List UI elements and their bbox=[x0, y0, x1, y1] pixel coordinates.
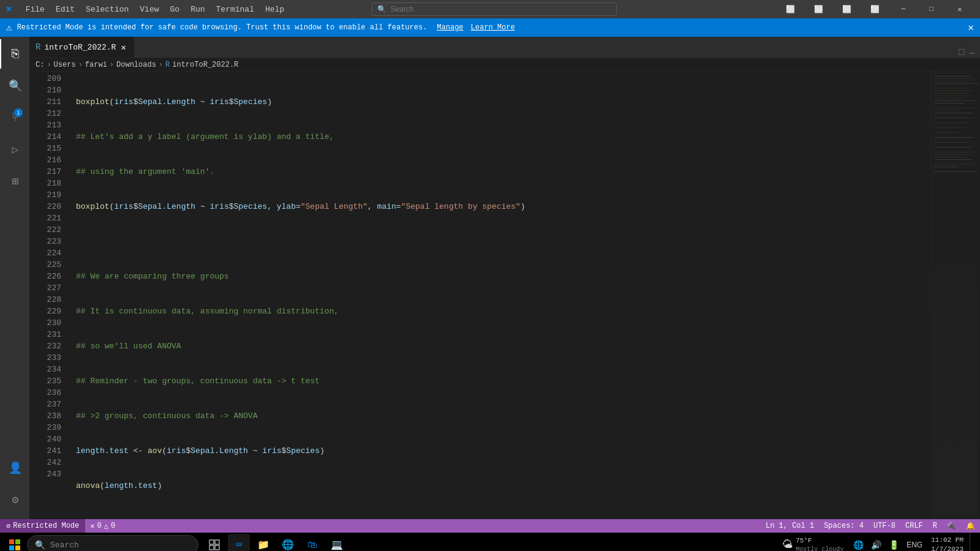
taskbar-right: 🌤 75°F Mostly cloudy 🌐 🔊 🔋 ENG 11:02 PM … bbox=[777, 533, 975, 551]
taskbar-search-bar[interactable]: 🔍 Search bbox=[27, 535, 198, 551]
line-ending-label: CRLF bbox=[905, 522, 923, 530]
line-num-219: 219 bbox=[34, 189, 61, 201]
svg-rect-8 bbox=[934, 98, 965, 99]
indentation[interactable]: Spaces: 4 bbox=[819, 519, 869, 533]
line-num-211: 211 bbox=[34, 96, 61, 108]
line-num-229: 229 bbox=[34, 305, 61, 317]
line-num-213: 213 bbox=[34, 119, 61, 131]
taskbar-store[interactable]: 🛍 bbox=[301, 534, 323, 551]
network-icon[interactable]: 🌐 bbox=[851, 540, 866, 550]
notification-bell[interactable]: 🔔 bbox=[961, 519, 980, 533]
svg-rect-31 bbox=[15, 545, 20, 550]
menu-selection[interactable]: Selection bbox=[81, 4, 134, 15]
title-search-input[interactable] bbox=[390, 5, 611, 13]
cursor-position[interactable]: Ln 1, Col 1 bbox=[761, 519, 819, 533]
encoding-indicator[interactable]: UTF-8 bbox=[869, 519, 900, 533]
svg-rect-34 bbox=[209, 545, 214, 550]
tab-close-button[interactable]: ✕ bbox=[119, 42, 127, 53]
manage-link[interactable]: Manage bbox=[437, 23, 463, 32]
svg-rect-18 bbox=[934, 137, 974, 138]
battery-icon[interactable]: 🔋 bbox=[886, 540, 902, 550]
main-layout: ⎘ 🔍 ⑂ 1 ▷ ⊞ 👤 ⚙ bbox=[0, 37, 980, 519]
tab-label: introToR_2022.R bbox=[44, 43, 116, 52]
minimize-button[interactable]: ─ bbox=[889, 0, 918, 18]
system-clock[interactable]: 11:02 PM 1/7/2023 bbox=[927, 536, 967, 551]
svg-rect-35 bbox=[215, 545, 219, 550]
svg-rect-19 bbox=[934, 142, 968, 143]
more-actions-icon[interactable]: … bbox=[969, 46, 975, 57]
errors-indicator[interactable]: ✕ 0 △ 0 bbox=[85, 519, 120, 533]
svg-rect-6 bbox=[934, 93, 968, 94]
layout-icon-1[interactable]: ⬜ bbox=[777, 0, 805, 18]
layout-icon-4[interactable]: ⬜ bbox=[861, 0, 889, 18]
line-num-225: 225 bbox=[34, 259, 61, 271]
activity-item-accounts[interactable]: 👤 bbox=[0, 453, 29, 482]
taskbar-explorer[interactable]: 📁 bbox=[252, 534, 274, 551]
svg-rect-29 bbox=[15, 539, 20, 544]
activity-item-search[interactable]: 🔍 bbox=[0, 71, 29, 100]
menu-terminal[interactable]: Terminal bbox=[211, 4, 259, 15]
bell-icon: 🔔 bbox=[966, 522, 975, 531]
ime-indicator[interactable]: ENG bbox=[904, 541, 925, 549]
line-num-224: 224 bbox=[34, 247, 61, 259]
activity-item-explorer[interactable]: ⎘ bbox=[0, 39, 29, 69]
line-ending-indicator[interactable]: CRLF bbox=[900, 519, 928, 533]
restricted-mode-indicator[interactable]: ⊘ Restricted Mode bbox=[0, 519, 85, 533]
svg-rect-17 bbox=[934, 132, 959, 133]
taskbar-terminal[interactable]: 💻 bbox=[326, 534, 348, 551]
layout-icon-2[interactable]: ⬜ bbox=[805, 0, 833, 18]
menu-file[interactable]: File bbox=[21, 4, 50, 15]
r-file-icon: R bbox=[165, 61, 170, 69]
breadcrumb-farwi[interactable]: farwi bbox=[85, 61, 107, 69]
menu-edit[interactable]: Edit bbox=[51, 4, 80, 15]
language-indicator[interactable]: R bbox=[928, 519, 942, 533]
tab-introtor[interactable]: R introToR_2022.R ✕ bbox=[29, 37, 134, 58]
code-content[interactable]: boxplot(iris$Sepal.Length ~ iris$Species… bbox=[66, 72, 931, 519]
weather-temp: 75°F bbox=[796, 536, 843, 545]
line-num-243: 243 bbox=[34, 468, 61, 480]
warning-icon: △ bbox=[104, 522, 108, 531]
weather-widget[interactable]: 🌤 75°F Mostly cloudy bbox=[777, 536, 848, 551]
activity-bottom: 👤 ⚙ bbox=[0, 453, 29, 519]
menu-view[interactable]: View bbox=[135, 4, 164, 15]
line-num-209: 209 bbox=[34, 73, 61, 84]
taskbar-task-view[interactable] bbox=[203, 534, 225, 551]
start-button[interactable] bbox=[5, 535, 24, 551]
activity-item-settings[interactable]: ⚙ bbox=[0, 485, 29, 514]
activity-bar: ⎘ 🔍 ⑂ 1 ▷ ⊞ 👤 ⚙ bbox=[0, 37, 29, 519]
taskbar-browser[interactable]: 🌐 bbox=[277, 534, 299, 551]
code-editor[interactable]: 209 210 211 212 213 214 215 216 217 218 … bbox=[29, 72, 980, 519]
line-num-236: 236 bbox=[34, 387, 61, 399]
activity-item-source-control[interactable]: ⑂ 1 bbox=[0, 103, 29, 132]
split-editor-icon[interactable]: ⬚ bbox=[959, 45, 965, 58]
weather-desc: Mostly cloudy bbox=[796, 545, 843, 551]
svg-rect-24 bbox=[934, 159, 971, 160]
breadcrumb-users[interactable]: Users bbox=[54, 61, 76, 69]
notification-message: Restricted Mode is intended for safe cod… bbox=[17, 23, 428, 32]
port-indicator[interactable]: 🔌 bbox=[942, 519, 961, 533]
maximize-button[interactable]: □ bbox=[918, 0, 946, 18]
menu-help[interactable]: Help bbox=[260, 4, 289, 15]
menu-run[interactable]: Run bbox=[186, 4, 209, 15]
spaces-label: Spaces: 4 bbox=[824, 522, 864, 530]
title-bar: ✖ File Edit Selection View Go Run Termin… bbox=[0, 0, 980, 18]
show-desktop[interactable] bbox=[970, 533, 975, 551]
taskbar-vscode[interactable]: ⌨ bbox=[228, 534, 250, 551]
line-num-216: 216 bbox=[34, 154, 61, 166]
line-num-230: 230 bbox=[34, 317, 61, 329]
activity-item-extensions[interactable]: ⊞ bbox=[0, 167, 29, 196]
layout-icon-3[interactable]: ⬜ bbox=[833, 0, 861, 18]
title-bar-search-container[interactable]: 🔍 bbox=[372, 2, 617, 16]
close-button[interactable]: ✕ bbox=[946, 0, 974, 18]
menu-go[interactable]: Go bbox=[165, 4, 185, 15]
learn-more-link[interactable]: Learn More bbox=[471, 23, 515, 32]
breadcrumb-downloads[interactable]: Downloads bbox=[116, 61, 156, 69]
line-num-221: 221 bbox=[34, 212, 61, 224]
taskbar-search-icon: 🔍 bbox=[35, 540, 45, 550]
line-num-212: 212 bbox=[34, 108, 61, 119]
notification-close[interactable]: ✕ bbox=[968, 21, 974, 34]
activity-item-run-debug[interactable]: ▷ bbox=[0, 135, 29, 164]
volume-icon[interactable]: 🔊 bbox=[869, 540, 884, 550]
breadcrumb-c[interactable]: C: bbox=[36, 61, 44, 69]
code-line-219: length.test <- aov(iris$Sepal.Length ~ i… bbox=[76, 445, 931, 457]
